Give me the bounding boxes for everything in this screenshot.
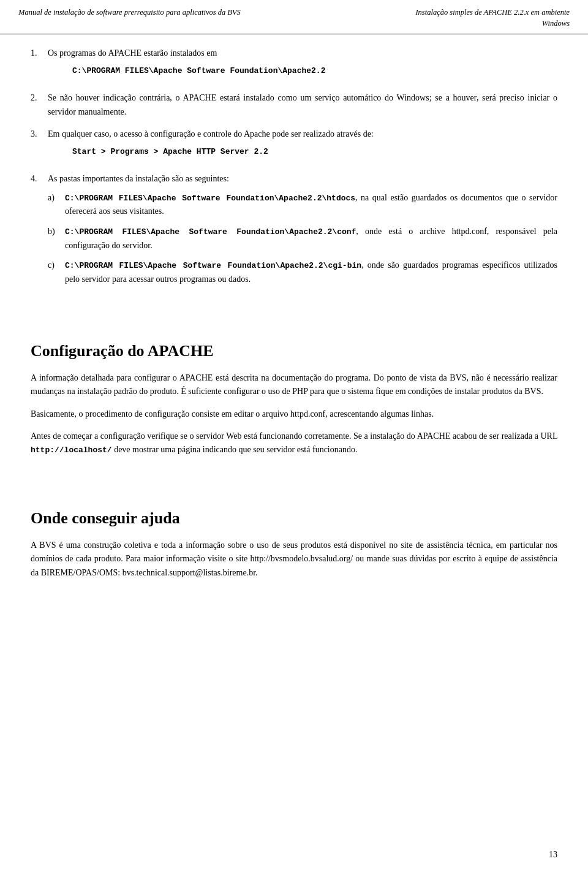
sub-item-letter: b) [48,225,65,252]
spacer [31,301,557,322]
item-number: 3. [31,127,48,164]
page-content: 1. Os programas do APACHE estarão instal… [0,47,588,615]
sub-item-code: C:\PROGRAM FILES\Apache Software Foundat… [65,194,355,203]
spacer [31,468,557,490]
config-section-heading: Configuração do APACHE [31,341,557,362]
item-code: C:\PROGRAM FILES\Apache Software Foundat… [72,65,557,78]
config-paragraph-3: Antes de começar a configuração verifiqu… [31,430,557,457]
sub-item-text: C:\PROGRAM FILES\Apache Software Foundat… [65,225,557,252]
item-text: Os programas do APACHE estarão instalado… [48,47,557,83]
header-left-text: Manual de instalação de software prerreq… [18,7,241,18]
item-number: 2. [31,91,48,119]
item-code: Start > Programs > Apache HTTP Server 2.… [72,146,557,159]
item-text-before: As pastas importantes da instalação são … [48,174,229,183]
sub-item-text: C:\PROGRAM FILES\Apache Software Foundat… [65,191,557,219]
list-item: 3. Em qualquer caso, o acesso à configur… [31,127,557,164]
sub-item-letter: c) [48,259,65,286]
item-text: Em qualquer caso, o acesso à configuraçã… [48,127,557,164]
sub-list-item: a) C:\PROGRAM FILES\Apache Software Foun… [48,191,557,219]
list-item: 1. Os programas do APACHE estarão instal… [31,47,557,83]
page-number: 13 [549,850,557,860]
item-number: 4. [31,172,48,292]
item-text-before: Os programas do APACHE estarão instalado… [48,48,217,58]
item-text: Se não houver indicação contrária, o APA… [48,91,557,119]
sub-item-text: C:\PROGRAM FILES\Apache Software Foundat… [65,259,557,286]
header-right-text: Instalação simples de APACHE 2.2.x em am… [398,7,570,29]
config-section: Configuração do APACHE A informação deta… [31,341,557,457]
item-number: 1. [31,47,48,83]
config-paragraph-1: A informação detalhada para configurar o… [31,371,557,399]
sub-item-code: C:\PROGRAM FILES\Apache Software Foundat… [65,227,356,237]
help-paragraph: A BVS é uma construção coletiva e toda a… [31,539,557,580]
help-section-heading: Onde conseguir ajuda [31,508,557,529]
sub-list-item: b) C:\PROGRAM FILES\Apache Software Foun… [48,225,557,252]
list-item: 2. Se não houver indicação contrária, o … [31,91,557,119]
item-text: As pastas importantes da instalação são … [48,172,557,292]
item-text-before: Em qualquer caso, o acesso à configuraçã… [48,129,374,138]
page-header: Manual de instalação de software prerreq… [0,0,588,34]
config-url: http://localhost/ [31,445,112,455]
list-item: 4. As pastas importantes da instalação s… [31,172,557,292]
sub-list-item: c) C:\PROGRAM FILES\Apache Software Foun… [48,259,557,286]
config-paragraph-2: Basicamente, o procedimento de configura… [31,408,557,421]
sub-item-letter: a) [48,191,65,219]
help-section: Onde conseguir ajuda A BVS é uma constru… [31,508,557,580]
sub-item-code: C:\PROGRAM FILES\Apache Software Foundat… [65,261,361,270]
page: Manual de instalação de software prerreq… [0,0,588,872]
